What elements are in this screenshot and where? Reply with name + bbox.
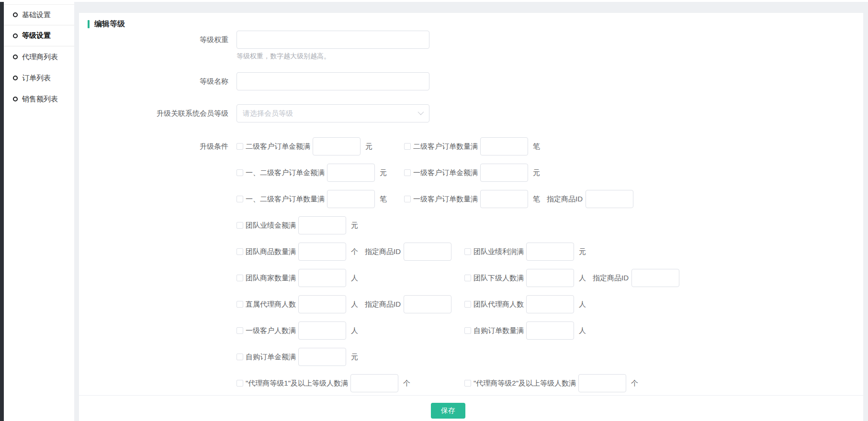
- condition-checkbox[interactable]: [464, 275, 471, 281]
- level-weight-label: 等级权重: [88, 31, 228, 49]
- condition-checkbox[interactable]: [237, 327, 243, 334]
- condition-label: 团队业绩利润满: [473, 247, 524, 256]
- condition-checkbox[interactable]: [237, 301, 243, 308]
- condition-label: 团队下级人数满: [473, 274, 524, 283]
- condition-checkbox[interactable]: [237, 354, 243, 360]
- circle-icon: [13, 76, 18, 80]
- condition-label: 团队业绩金额满: [246, 221, 296, 230]
- condition-value-input[interactable]: [350, 374, 398, 392]
- member-level-placeholder: 请选择会员等级: [243, 109, 293, 118]
- product-id-input[interactable]: [404, 295, 451, 313]
- unit-label: 笔: [533, 195, 540, 204]
- condition-label: 一、二级客户订单金额满: [246, 168, 325, 177]
- condition-value-input[interactable]: [526, 269, 574, 287]
- sidebar-nav: 基础设置等级设置代理商列表订单列表销售额列表: [4, 2, 74, 110]
- product-id-input[interactable]: [586, 190, 633, 208]
- condition-checkbox[interactable]: [464, 380, 471, 387]
- condition-checkbox[interactable]: [464, 301, 471, 308]
- condition-label: 二级客户订单金额满: [246, 142, 310, 151]
- condition-item: 团队业绩利润满元: [464, 243, 586, 261]
- circle-icon: [13, 97, 18, 101]
- condition-checkbox[interactable]: [404, 143, 411, 150]
- unit-label: 元: [380, 168, 387, 177]
- chevron-down-icon: [418, 109, 424, 115]
- condition-value-input[interactable]: [298, 348, 346, 366]
- condition-value-input[interactable]: [526, 295, 574, 313]
- condition-item: 团队商品数量满个指定商品ID: [237, 243, 464, 261]
- unit-label: 人: [579, 326, 586, 335]
- condition-value-input[interactable]: [480, 190, 528, 208]
- condition-item: 一级客户订单数量满笔指定商品ID: [404, 190, 633, 208]
- condition-checkbox[interactable]: [464, 248, 471, 255]
- unit-label: 笔: [533, 142, 540, 151]
- condition-row: "代理商等级1"及以上等级人数满个"代理商等级2"及以上等级人数满个: [237, 374, 679, 392]
- product-id-input[interactable]: [631, 269, 679, 287]
- form-row-level-weight: 等级权重 等级权重，数字越大级别越高。: [88, 31, 863, 61]
- save-button[interactable]: 保存: [431, 403, 465, 419]
- condition-value-input[interactable]: [298, 295, 346, 313]
- sidebar-item[interactable]: 订单列表: [4, 67, 74, 89]
- condition-checkbox[interactable]: [404, 169, 411, 176]
- condition-label: 直属代理商人数: [246, 300, 296, 309]
- condition-row: 一级客户人数满人自购订单数量满人: [237, 321, 679, 340]
- sidebar-item[interactable]: 基础设置: [4, 4, 74, 25]
- condition-checkbox[interactable]: [237, 380, 243, 387]
- sidebar-item[interactable]: 等级设置: [4, 25, 74, 46]
- condition-checkbox[interactable]: [237, 196, 243, 202]
- form-footer: 保存: [79, 395, 863, 421]
- condition-checkbox[interactable]: [237, 248, 243, 255]
- condition-value-input[interactable]: [480, 137, 528, 155]
- condition-row: 直属代理商人数人指定商品ID团队代理商人数人: [237, 295, 679, 313]
- condition-value-input[interactable]: [298, 216, 346, 234]
- product-id-label: 指定商品ID: [547, 195, 583, 204]
- member-level-label: 升级关联系统会员等级: [88, 104, 228, 122]
- level-name-input[interactable]: [237, 72, 429, 90]
- condition-label: 团队代理商人数: [473, 300, 524, 309]
- condition-checkbox[interactable]: [237, 169, 243, 176]
- form-row-conditions: 升级条件 二级客户订单金额满元二级客户订单数量满笔一、二级客户订单金额满元一级客…: [88, 137, 863, 395]
- product-id-label: 指定商品ID: [365, 300, 401, 309]
- condition-label: 自购订单数量满: [473, 326, 524, 335]
- condition-item: 团队业绩金额满元: [237, 216, 358, 234]
- condition-label: 团队商品数量满: [246, 247, 296, 256]
- sidebar: 基础设置等级设置代理商列表订单列表销售额列表: [4, 2, 74, 421]
- condition-value-input[interactable]: [298, 321, 346, 340]
- condition-checkbox[interactable]: [464, 327, 471, 334]
- level-weight-input[interactable]: [237, 31, 429, 49]
- condition-item: "代理商等级2"及以上等级人数满个: [464, 374, 638, 392]
- sidebar-item-label: 代理商列表: [22, 53, 58, 62]
- condition-checkbox[interactable]: [237, 275, 243, 281]
- sidebar-item[interactable]: 销售额列表: [4, 89, 74, 110]
- condition-item: 一、二级客户订单数量满笔: [237, 190, 404, 208]
- condition-item: 团队下级人数满人指定商品ID: [464, 269, 679, 287]
- unit-label: 元: [351, 221, 358, 230]
- unit-label: 人: [579, 274, 586, 283]
- member-level-select[interactable]: 请选择会员等级: [237, 104, 429, 122]
- condition-value-input[interactable]: [327, 164, 375, 182]
- circle-icon: [13, 12, 18, 17]
- condition-value-input[interactable]: [526, 321, 574, 340]
- section-header: 编辑等级: [88, 20, 863, 28]
- condition-item: 二级客户订单数量满笔: [404, 137, 540, 155]
- condition-checkbox[interactable]: [404, 196, 411, 202]
- condition-label: 一级客户订单金额满: [413, 168, 478, 177]
- condition-value-input[interactable]: [313, 137, 361, 155]
- condition-value-input[interactable]: [578, 374, 626, 392]
- condition-value-input[interactable]: [480, 164, 528, 182]
- condition-value-input[interactable]: [298, 269, 346, 287]
- condition-item: 一级客户订单金额满元: [404, 164, 540, 182]
- condition-checkbox[interactable]: [237, 222, 243, 229]
- condition-checkbox[interactable]: [237, 143, 243, 150]
- condition-value-input[interactable]: [298, 243, 346, 261]
- condition-value-input[interactable]: [327, 190, 375, 208]
- sidebar-item[interactable]: 代理商列表: [4, 46, 74, 67]
- form-scroll-area: 编辑等级 等级权重 等级权重，数字越大级别越高。 等级名称 升级关联系统会员等级…: [79, 13, 863, 395]
- condition-item: 团队代理商人数人: [464, 295, 586, 313]
- unit-label: 人: [351, 274, 358, 283]
- product-id-input[interactable]: [404, 243, 451, 261]
- unit-label: 人: [579, 300, 586, 309]
- condition-row: 自购订单金额满元: [237, 348, 679, 366]
- page-title: 编辑等级: [94, 19, 125, 29]
- condition-value-input[interactable]: [526, 243, 574, 261]
- condition-item: 自购订单数量满人: [464, 321, 586, 340]
